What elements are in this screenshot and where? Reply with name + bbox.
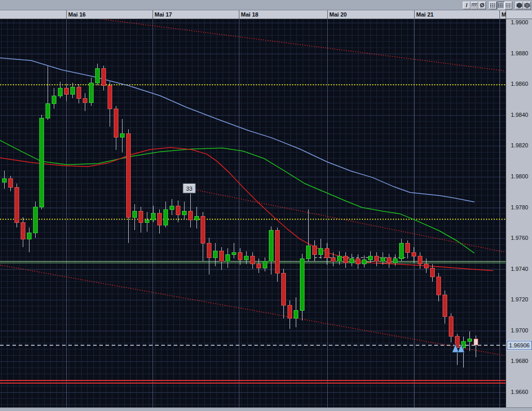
- current-price-tag: 1.96906: [507, 341, 532, 350]
- price-tick-label: 1.9700: [506, 327, 532, 333]
- price-tick-label: 1.9860: [506, 81, 532, 87]
- price-tick-label: 1.9720: [506, 296, 532, 302]
- ma-blue: [0, 58, 474, 202]
- null-tool-button[interactable]: Ø: [478, 2, 486, 9]
- day-label: Mai 17: [155, 11, 172, 18]
- price-tick-label: 1.9740: [506, 266, 532, 272]
- price-tick-label: 1.9820: [506, 142, 532, 148]
- titlebar: /Ø: [0, 0, 532, 10]
- ma-green: [0, 140, 474, 253]
- price-tick-label: 1.9880: [506, 50, 532, 56]
- toolbar-group: [489, 2, 512, 9]
- price-tick-label: 1.9660: [506, 389, 532, 395]
- price-tick-label: 1.9680: [506, 358, 532, 364]
- day-divider: [499, 10, 500, 19]
- day-divider: [153, 10, 153, 19]
- grid-style-2-button-icon[interactable]: [497, 2, 505, 9]
- price-tick-label: 1.9760: [506, 235, 532, 241]
- toolbar: /Ø: [460, 1, 531, 9]
- day-divider: [414, 10, 415, 19]
- day-label: Mai 20: [329, 11, 347, 18]
- grid-style-1-button-icon[interactable]: [489, 2, 497, 9]
- line-style-button-icon[interactable]: [470, 2, 478, 9]
- annotation-label: 33: [186, 186, 192, 192]
- day-label: Mai 21: [416, 11, 434, 18]
- price-tick-label: 1.9780: [506, 204, 532, 210]
- trading-app-window: /Ø Mai 16Mai 17Mai 18Mai 20Mai 21M 33 1.…: [0, 0, 532, 411]
- price-tick-label: 1.9900: [506, 19, 532, 25]
- toolbar-group: /Ø: [463, 2, 486, 9]
- day-divider: [66, 10, 67, 19]
- bottom-strip: [0, 407, 532, 411]
- date-axis: Mai 16Mai 17Mai 18Mai 20Mai 21M: [0, 10, 532, 19]
- grid-style-3-button-icon[interactable]: [505, 2, 512, 9]
- chart-area[interactable]: 33: [0, 19, 506, 407]
- candlestick-plot[interactable]: 33: [0, 19, 506, 407]
- price-axis: 1.96906 1.99001.98801.98601.98401.98201.…: [506, 19, 532, 407]
- price-tick-label: 1.9800: [506, 173, 532, 179]
- day-divider: [327, 10, 328, 19]
- axis-divider: [506, 10, 506, 19]
- trendline-tool-button[interactable]: /: [463, 2, 470, 9]
- day-divider: [239, 10, 239, 19]
- fill-pattern-hatch-button-icon[interactable]: [523, 2, 531, 9]
- price-tick-label: 1.9840: [506, 112, 532, 118]
- fill-pattern-dark-button-icon[interactable]: [515, 2, 523, 9]
- day-label: Mai 16: [68, 11, 86, 18]
- candles: [2, 64, 478, 368]
- day-label: Mai 18: [241, 11, 259, 18]
- toolbar-group: [515, 2, 531, 9]
